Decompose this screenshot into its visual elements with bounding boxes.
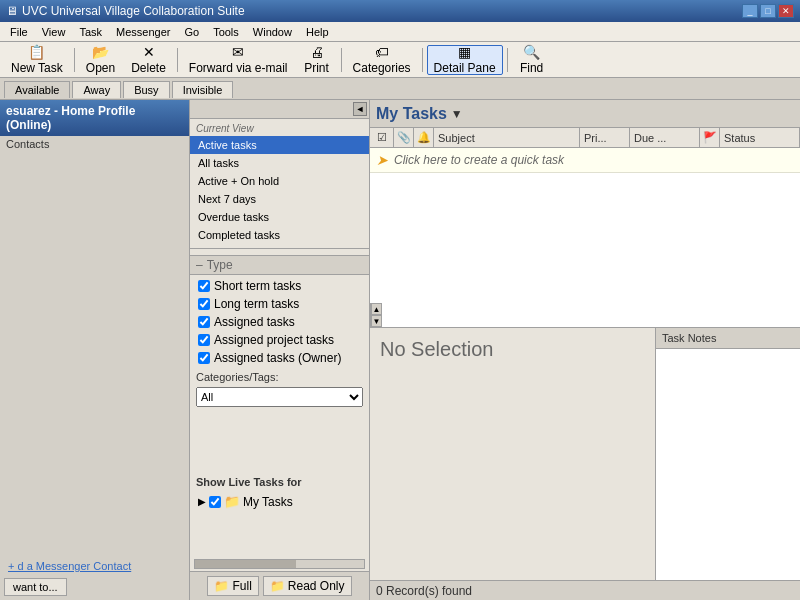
toolbar-sep-5 xyxy=(507,48,508,72)
menu-messenger[interactable]: Messenger xyxy=(110,24,176,40)
col-flag-header[interactable]: 🚩 xyxy=(700,128,720,147)
menu-window[interactable]: Window xyxy=(247,24,298,40)
tab-invisible[interactable]: Invisible xyxy=(172,81,234,98)
panel-collapse-button[interactable]: ◄ xyxy=(353,102,367,116)
scroll-down-button[interactable]: ▼ xyxy=(371,315,382,327)
tree-item-my-tasks[interactable]: ▶ 📁 My Tasks xyxy=(194,492,365,511)
close-button[interactable]: ✕ xyxy=(778,4,794,18)
tasks-title-arrow[interactable]: ▼ xyxy=(451,107,463,121)
menu-tools[interactable]: Tools xyxy=(207,24,245,40)
checkbox-assigned-input[interactable] xyxy=(198,316,210,328)
menu-help[interactable]: Help xyxy=(300,24,335,40)
tree-folder-icon: 📁 xyxy=(224,494,240,509)
categories-icon: 🏷 xyxy=(375,44,389,60)
nav-active-on-hold[interactable]: Active + On hold xyxy=(190,172,369,190)
menu-go[interactable]: Go xyxy=(178,24,205,40)
col-status-header[interactable]: Status xyxy=(720,128,800,147)
task-notes-panel: Task Notes xyxy=(655,328,800,580)
contacts-label: Contacts xyxy=(0,136,189,152)
add-contact-link[interactable]: + d a Messenger Contact xyxy=(4,558,185,574)
user-profile-text: esuarez - Home Profile (Online) xyxy=(6,104,135,132)
toolbar-sep-3 xyxy=(341,48,342,72)
checkbox-assigned[interactable]: Assigned tasks xyxy=(190,313,369,331)
nav-completed-tasks[interactable]: Completed tasks xyxy=(190,226,369,244)
task-list-header: ☑ 📎 🔔 Subject Pri... Due ... 🚩 Status xyxy=(370,128,800,148)
middle-footer: 📁 Full 📁 Read Only xyxy=(190,571,369,600)
live-tasks-label: Show Live Tasks for xyxy=(190,472,369,490)
forward-button[interactable]: ✉ Forward via e-mail xyxy=(182,45,295,75)
nav-all-tasks[interactable]: All tasks xyxy=(190,154,369,172)
task-detail: No Selection xyxy=(370,328,655,580)
find-label: Find xyxy=(520,61,543,75)
quick-create-row[interactable]: ➤ Click here to create a quick task xyxy=(370,148,800,173)
type-group-label: –Type xyxy=(190,255,369,275)
new-task-button[interactable]: 📋 New Task xyxy=(4,45,70,75)
checkbox-assigned-project-input[interactable] xyxy=(198,334,210,346)
live-tasks-tree: ▶ 📁 My Tasks xyxy=(194,492,365,555)
col-subject-header[interactable]: Subject xyxy=(434,128,580,147)
forward-label: Forward via e-mail xyxy=(189,61,288,75)
tasks-header: My Tasks ▼ xyxy=(370,100,800,128)
delete-button[interactable]: ✕ Delete xyxy=(124,45,173,75)
find-button[interactable]: 🔍 Find xyxy=(512,45,552,75)
categories-label: Categories xyxy=(353,61,411,75)
window-controls: _ □ ✕ xyxy=(742,4,794,18)
toolbar-sep-2 xyxy=(177,48,178,72)
new-task-icon: 📋 xyxy=(28,44,45,60)
tree-checkbox[interactable] xyxy=(209,496,221,508)
menu-task[interactable]: Task xyxy=(73,24,108,40)
app-icon: 🖥 xyxy=(6,4,18,18)
tree-expand-icon: ▶ xyxy=(198,496,206,507)
tree-scrollbar[interactable] xyxy=(194,559,365,569)
checkbox-assigned-project[interactable]: Assigned project tasks xyxy=(190,331,369,349)
read-only-button[interactable]: 📁 Read Only xyxy=(263,576,352,596)
checkbox-short-term[interactable]: Short term tasks xyxy=(190,277,369,295)
checkbox-long-term-input[interactable] xyxy=(198,298,210,310)
categories-select[interactable]: All xyxy=(196,387,363,407)
menu-view[interactable]: View xyxy=(36,24,72,40)
tab-available[interactable]: Available xyxy=(4,81,70,98)
scroll-up-button[interactable]: ▲ xyxy=(371,303,382,315)
col-check-header[interactable]: ☑ xyxy=(370,128,394,147)
detail-pane-button[interactable]: ▦ Detail Pane xyxy=(427,45,503,75)
quick-create-text: Click here to create a quick task xyxy=(394,153,564,167)
sidebar-bottom: + d a Messenger Contact want to... xyxy=(0,554,189,600)
read-only-label: Read Only xyxy=(288,579,345,593)
nav-next-7-days[interactable]: Next 7 days xyxy=(190,190,369,208)
menu-file[interactable]: File xyxy=(4,24,34,40)
checkbox-assigned-owner-input[interactable] xyxy=(198,352,210,364)
want-to-button[interactable]: want to... xyxy=(4,578,67,596)
col-remind-header[interactable]: 🔔 xyxy=(414,128,434,147)
col-pri-header[interactable]: Pri... xyxy=(580,128,630,147)
tab-away[interactable]: Away xyxy=(72,81,121,98)
status-bar: 0 Record(s) found xyxy=(370,580,800,600)
col-att-header[interactable]: 📎 xyxy=(394,128,414,147)
main-layout: esuarez - Home Profile (Online) Contacts… xyxy=(0,100,800,600)
categories-section-label: Categories/Tags: xyxy=(190,367,369,385)
checkbox-assigned-owner[interactable]: Assigned tasks (Owner) xyxy=(190,349,369,367)
tasks-title: My Tasks xyxy=(376,105,447,123)
left-sidebar: esuarez - Home Profile (Online) Contacts… xyxy=(0,100,190,600)
full-button[interactable]: 📁 Full xyxy=(207,576,258,596)
categories-button[interactable]: 🏷 Categories xyxy=(346,45,418,75)
task-list-scrollbar[interactable]: ▲ ▼ xyxy=(370,303,382,327)
minimize-button[interactable]: _ xyxy=(742,4,758,18)
col-due-header[interactable]: Due ... xyxy=(630,128,700,147)
checkbox-short-term-input[interactable] xyxy=(198,280,210,292)
tree-scroll-thumb xyxy=(195,560,296,568)
print-button[interactable]: 🖨 Print xyxy=(297,45,337,75)
open-button[interactable]: 📂 Open xyxy=(79,45,122,75)
tab-busy[interactable]: Busy xyxy=(123,81,169,98)
delete-icon: ✕ xyxy=(143,44,155,60)
title-bar-text: UVC Universal Village Collaboration Suit… xyxy=(22,4,245,18)
nav-overdue-tasks[interactable]: Overdue tasks xyxy=(190,208,369,226)
nav-active-tasks[interactable]: Active tasks xyxy=(190,136,369,154)
open-label: Open xyxy=(86,61,115,75)
maximize-button[interactable]: □ xyxy=(760,4,776,18)
delete-label: Delete xyxy=(131,61,166,75)
checkbox-long-term[interactable]: Long term tasks xyxy=(190,295,369,313)
detail-pane-icon: ▦ xyxy=(458,44,471,60)
status-tabs: Available Away Busy Invisible xyxy=(0,78,800,100)
task-list: ☑ 📎 🔔 Subject Pri... Due ... 🚩 Status ➤ … xyxy=(370,128,800,328)
full-folder-icon: 📁 xyxy=(214,579,229,593)
